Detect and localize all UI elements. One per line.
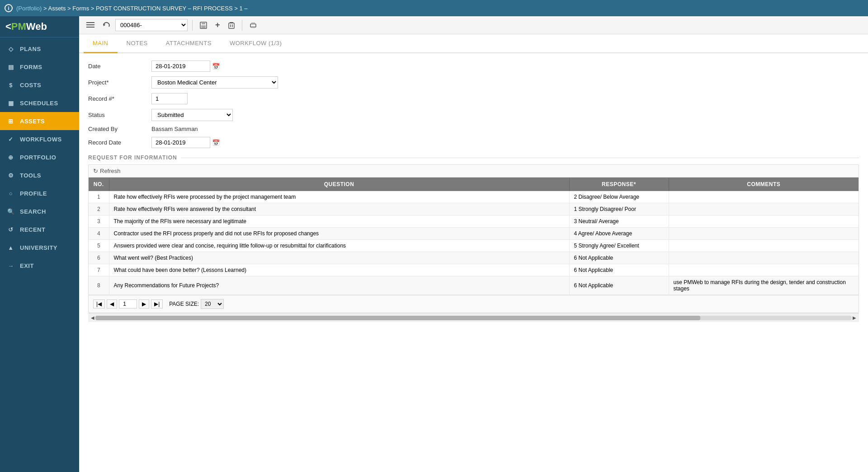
page-size-select[interactable]: 2050100 (201, 299, 224, 309)
cell-no: 1 (89, 191, 109, 203)
tab-notes[interactable]: NOTES (118, 34, 157, 53)
record-control (151, 93, 188, 104)
portfolio-link[interactable]: (Portfolio) (16, 5, 42, 12)
prev-page-button[interactable]: ◀ (107, 299, 117, 308)
cell-no: 2 (89, 203, 109, 215)
table-row: 5 Answers provided were clear and concis… (89, 240, 859, 252)
cell-question: The majority of the RFIs were necessary … (109, 215, 569, 228)
record-date-input[interactable] (151, 137, 210, 148)
project-row: Project* Boston Medical Center (88, 76, 859, 89)
breadcrumb: (Portfolio) > Assets > Forms > POST CONS… (16, 5, 248, 12)
sidebar-item-forms[interactable]: ▤ FORMS (0, 58, 79, 76)
first-page-button[interactable]: |◀ (93, 299, 105, 308)
cell-comments (669, 215, 859, 228)
table-row: 8 Any Recommendations for Future Project… (89, 276, 859, 295)
table-row: 4 Contractor used the RFI process proper… (89, 228, 859, 240)
sidebar-item-workflows[interactable]: ✓ WORKFLOWS (0, 130, 79, 148)
svg-rect-5 (202, 22, 205, 24)
sidebar-item-tools[interactable]: ⚙ TOOLS (0, 166, 79, 184)
sidebar-item-label: PORTFOLIO (20, 154, 56, 161)
tab-workflow[interactable]: WORKFLOW (1/3) (221, 34, 291, 53)
costs-icon: $ (6, 80, 15, 89)
status-select[interactable]: SubmittedDraftApprovedRejected (151, 109, 233, 121)
cell-response: 6 Not Applicable (569, 264, 669, 276)
cell-question: What could have been done better? (Lesso… (109, 264, 569, 276)
sidebar-item-portfolio[interactable]: ⊕ PORTFOLIO (0, 148, 79, 166)
next-page-button[interactable]: ▶ (139, 299, 149, 308)
cell-response: 6 Not Applicable (569, 252, 669, 264)
date-label: Date (88, 63, 147, 70)
save-button[interactable] (197, 20, 210, 31)
project-label: Project* (88, 79, 147, 86)
cell-no: 7 (89, 264, 109, 276)
cell-question: Rate how effectively RFIs were processed… (109, 191, 569, 203)
cell-comments (669, 240, 859, 252)
cell-response: 2 Disagree/ Below Average (569, 191, 669, 203)
table-toolbar: ↻ Refresh (89, 165, 859, 178)
date-calendar-icon[interactable]: 📅 (212, 63, 220, 70)
delete-button[interactable] (226, 20, 237, 31)
top-bar: i (Portfolio) > Assets > Forms > POST CO… (0, 0, 868, 16)
cell-question: Rate how effectively RFIs were answered … (109, 203, 569, 215)
logo-text: <PMWeb (5, 21, 74, 33)
exit-icon: → (6, 261, 15, 270)
project-select[interactable]: Boston Medical Center (151, 76, 278, 89)
info-icon[interactable]: i (5, 4, 13, 12)
page-number-input[interactable] (119, 299, 137, 308)
portfolio-icon: ⊕ (6, 153, 15, 162)
svg-rect-2 (86, 27, 94, 28)
sidebar-item-label: SEARCH (20, 208, 46, 215)
cell-response: 6 Not Applicable (569, 276, 669, 295)
record-selector[interactable]: 000486- (115, 19, 188, 31)
col-comments: COMMENTS (669, 178, 859, 191)
sidebar-item-profile[interactable]: ○ PROFILE (0, 184, 79, 202)
table-row: 6 What went well? (Best Practices) 6 Not… (89, 252, 859, 264)
last-page-button[interactable]: ▶| (151, 299, 163, 308)
refresh-button[interactable]: ↻ Refresh (93, 168, 121, 174)
page-size-label: PAGE SIZE: (169, 301, 199, 307)
scroll-track (95, 316, 852, 320)
undo-button[interactable] (100, 20, 113, 31)
record-date-row: Record Date 📅 (88, 137, 859, 148)
sidebar-logo: <PMWeb (0, 16, 79, 37)
sidebar-item-label: RECENT (20, 226, 45, 233)
status-label: Status (88, 112, 147, 118)
list-button[interactable] (84, 20, 97, 30)
sidebar-item-label: PROFILE (20, 190, 47, 197)
cell-comments (669, 252, 859, 264)
recent-icon: ↺ (6, 225, 15, 234)
record-date-label: Record Date (88, 139, 147, 146)
tools-icon: ⚙ (6, 171, 15, 180)
tabs: MAIN NOTES ATTACHMENTS WORKFLOW (1/3) (79, 34, 868, 53)
horizontal-scrollbar[interactable]: ◀ ▶ (88, 313, 859, 322)
col-no: NO. (89, 178, 109, 191)
sidebar-item-label: FORMS (20, 64, 42, 70)
svg-rect-7 (229, 23, 234, 28)
sidebar-item-search[interactable]: 🔍 SEARCH (0, 202, 79, 220)
table-row: 2 Rate how effectively RFIs were answere… (89, 203, 859, 215)
rfi-table-container: ↻ Refresh NO. QUESTION RESPONSE* COMMENT… (88, 164, 859, 313)
search-icon: 🔍 (6, 207, 15, 216)
sidebar-item-recent[interactable]: ↺ RECENT (0, 220, 79, 238)
sidebar-item-plans[interactable]: ◇ PLANS (0, 40, 79, 58)
add-button[interactable]: + (212, 19, 223, 32)
cell-comments (669, 264, 859, 276)
record-date-calendar-icon[interactable]: 📅 (212, 139, 220, 146)
scroll-right-button[interactable]: ▶ (852, 315, 857, 320)
sidebar-item-exit[interactable]: → EXIT (0, 257, 79, 275)
profile-icon: ○ (6, 189, 15, 198)
sidebar-item-schedules[interactable]: ▦ SCHEDULES (0, 94, 79, 112)
workflows-icon: ✓ (6, 135, 15, 144)
sidebar-item-university[interactable]: ▲ UNIVERSITY (0, 238, 79, 257)
forms-icon: ▤ (6, 62, 15, 71)
record-input[interactable] (151, 93, 188, 104)
sidebar-item-costs[interactable]: $ COSTS (0, 76, 79, 94)
scroll-left-button[interactable]: ◀ (90, 315, 95, 320)
sidebar-item-label: EXIT (20, 262, 34, 269)
cell-comments (669, 191, 859, 203)
tab-attachments[interactable]: ATTACHMENTS (157, 34, 221, 53)
date-input[interactable] (151, 61, 210, 72)
print-button[interactable] (247, 20, 259, 30)
tab-main[interactable]: MAIN (84, 34, 118, 53)
sidebar-item-assets[interactable]: ⊞ ASSETS (0, 112, 79, 130)
